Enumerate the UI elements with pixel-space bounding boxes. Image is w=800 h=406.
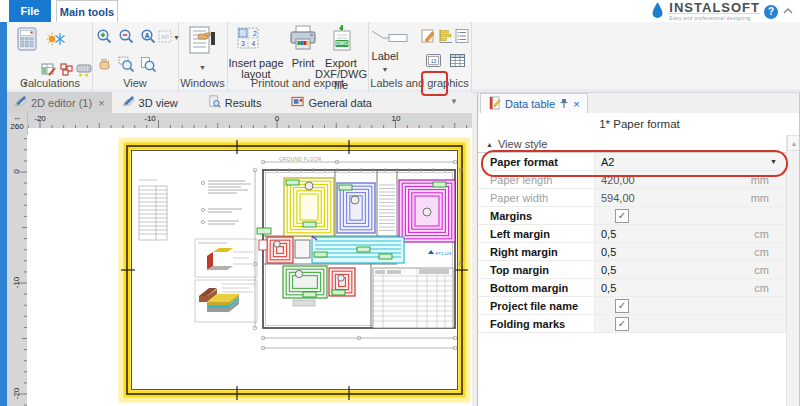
property-row-right-margin[interactable]: Right margin0,5cm	[478, 243, 787, 261]
svg-text:4: 4	[252, 40, 256, 47]
print-icon[interactable]	[288, 25, 318, 55]
property-row-top-margin[interactable]: Top margin0,5cm	[478, 261, 787, 279]
property-value[interactable]: 0,5	[594, 225, 742, 242]
windows-dropdown-icon[interactable]: ▼	[199, 64, 206, 71]
value-text: 0,5	[601, 264, 616, 276]
panel-tab-strip: Data table ×	[478, 93, 800, 114]
zoom-all-icon[interactable]: A	[140, 28, 157, 47]
value-text: 0,5	[601, 282, 616, 294]
tab-overflow-icon[interactable]: ▼	[450, 97, 458, 106]
svg-text:2: 2	[253, 30, 257, 37]
property-label: Top margin	[478, 261, 594, 278]
insert-page-layout-icon[interactable]: 234	[236, 26, 260, 52]
checkbox-folding-marks[interactable]: ✓	[615, 317, 629, 331]
drawing-canvas[interactable]: GROUND FLOOR	[27, 128, 472, 406]
collapse-ribbon-icon[interactable]	[782, 6, 794, 18]
group-windows: ▼ Windows	[178, 22, 228, 92]
property-grid-rows: Paper formatA2▼Paper length420,00mmPaper…	[478, 153, 787, 333]
tab-file[interactable]: File	[9, 0, 51, 22]
property-value[interactable]: 0,5	[594, 243, 742, 260]
property-value[interactable]: 0,5	[594, 261, 742, 278]
group-label-view: View	[92, 77, 178, 89]
notebook-icon	[488, 96, 501, 112]
pin-icon[interactable]	[559, 98, 569, 111]
bar-legend-icon[interactable]	[437, 28, 453, 46]
tab-general-data[interactable]: General data	[284, 92, 379, 113]
pan-hand-icon[interactable]	[96, 56, 113, 75]
checkbox-project-file-name[interactable]: ✓	[615, 299, 629, 313]
label-leader-icon[interactable]	[371, 29, 413, 45]
pencil-sheet-icon	[14, 95, 27, 110]
property-row-paper-width: Paper width594,00mm	[478, 189, 787, 207]
property-row-project-file-name[interactable]: Project file name✓	[478, 297, 787, 315]
tab-3d-view[interactable]: 3D view	[115, 92, 185, 113]
red-highlight-ribbon	[421, 71, 448, 96]
ribbon-tab-strip: File Main tools INSTALSOFT Easy and prof…	[0, 0, 800, 22]
unit-label	[742, 207, 787, 224]
panel-scrollbar[interactable]: ▲	[786, 135, 800, 406]
panel-header: 1* Paper format	[478, 113, 800, 136]
horizontal-ruler: -20-10010	[27, 113, 472, 128]
list-icon[interactable]	[454, 28, 470, 46]
ruler-origin-value: 260	[7, 122, 27, 131]
property-label: Paper width	[478, 189, 594, 206]
data-table-button-icon[interactable]: 13	[425, 52, 442, 71]
water-drop-icon	[650, 1, 665, 22]
property-value: 594,00	[594, 189, 742, 206]
help-button[interactable]: ?	[764, 5, 778, 19]
annotation-blocks	[201, 181, 251, 224]
value-text: 0,5	[601, 228, 616, 240]
label-button[interactable]: Label ▼	[370, 50, 400, 74]
zoom-sheet-icon[interactable]	[140, 56, 157, 75]
property-value[interactable]: ✓	[594, 297, 742, 314]
ruler-label-v: -10	[12, 273, 21, 293]
close-tab-icon[interactable]: ×	[98, 97, 104, 109]
group-view: A AP ▼ View	[92, 22, 179, 92]
property-row-bottom-margin[interactable]: Bottom margin0,5cm	[478, 279, 787, 297]
unit-label: mm	[742, 189, 787, 206]
property-label: Right margin	[478, 243, 594, 260]
ribbon: ▼ Calculations A AP	[0, 22, 800, 93]
red-highlight-paper-format	[481, 150, 788, 177]
heating-cooling-icon[interactable]	[46, 30, 66, 50]
zoom-in-icon[interactable]	[96, 28, 113, 47]
windows-icon[interactable]	[186, 25, 218, 59]
zoom-window-icon[interactable]	[118, 56, 135, 75]
document-tab-strip: 2D editor (1) × 3D view Results General …	[7, 92, 472, 114]
property-row-margins[interactable]: Margins✓	[478, 207, 787, 225]
ruler-label-h: 10	[392, 114, 401, 123]
tab-results[interactable]: Results	[201, 92, 269, 113]
checkbox-margins[interactable]: ✓	[615, 209, 629, 223]
zoom-out-icon[interactable]	[118, 28, 135, 47]
table-grid-icon[interactable]	[449, 52, 466, 71]
ruler-arrow-icon: ↔	[7, 113, 27, 122]
ruler-label-h: -20	[34, 114, 46, 123]
svg-text:DWG: DWG	[336, 40, 348, 46]
floor-plan-drawing[interactable]: GROUND FLOOR	[27, 128, 472, 406]
property-value[interactable]: ✓	[594, 315, 742, 332]
close-panel-icon[interactable]: ×	[573, 98, 579, 110]
edit-note-icon[interactable]	[420, 28, 436, 46]
ruler-label-h: -10	[144, 114, 156, 123]
unit-label	[742, 297, 787, 314]
export-dxf-dwg-icon[interactable]: DWG	[329, 24, 355, 54]
property-label: Left margin	[478, 225, 594, 242]
label-dropdown-icon[interactable]: ▼	[382, 66, 389, 73]
tab-data-table[interactable]: Data table ×	[480, 93, 588, 114]
tab-main-tools[interactable]: Main tools	[56, 0, 118, 23]
unit-label: cm	[742, 243, 787, 260]
tab-2d-editor[interactable]: 2D editor (1) ×	[7, 92, 112, 113]
property-value[interactable]: 0,5	[594, 279, 742, 296]
data-table-panel: Data table × 1* Paper format ▲ View styl…	[477, 93, 800, 406]
detail-box-2	[195, 280, 257, 322]
calculator-icon[interactable]	[14, 26, 40, 54]
ruler-label-v: -20	[12, 384, 21, 404]
property-value[interactable]: ✓	[594, 207, 742, 224]
property-label: Project file name	[478, 297, 594, 314]
ruler-origin-box: ↔ 260	[7, 113, 28, 135]
general-data-icon	[291, 95, 304, 110]
property-row-folding-marks[interactable]: Folding marks✓	[478, 315, 787, 333]
application-window: File Main tools INSTALSOFT Easy and prof…	[0, 0, 800, 406]
window-left-edge	[0, 22, 7, 406]
property-row-left-margin[interactable]: Left margin0,5cm	[478, 225, 787, 243]
